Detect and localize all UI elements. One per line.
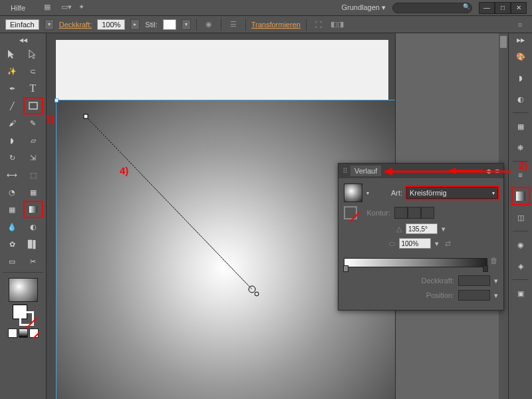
style-label: Stil: [145,21,157,29]
color-guide-icon[interactable]: ◗ [513,70,529,86]
direct-selection-tool[interactable] [24,46,43,62]
reverse-icon[interactable]: ⇄ [443,239,454,248]
stroke-apply-3[interactable] [421,207,434,219]
workspace-switcher[interactable]: Grundlagen ▾ [334,3,392,12]
bridge-icon[interactable]: ▦ [44,3,55,13]
strip-collapse-icon[interactable]: ▶▶ [517,37,525,43]
stroke-apply-2[interactable] [408,207,421,219]
preferences-icon[interactable]: ☰ [227,18,240,31]
fill-preview[interactable] [9,278,38,302]
gpu-icon[interactable]: ✦ [78,3,89,13]
stop-position-label: Position: [344,291,454,299]
color-mode-none[interactable] [29,329,39,338]
stroke-apply-1[interactable] [394,207,408,219]
angle-dropdown[interactable]: ▾ [442,225,446,233]
stop-position-field[interactable] [458,290,490,301]
brushes-icon[interactable]: ▦ [513,118,529,134]
graphic-styles-icon[interactable]: ◈ [513,258,529,274]
free-transform-tool[interactable]: ⬚ [24,167,43,183]
eyedropper-tool[interactable]: 💧 [3,219,21,235]
gradient-tab[interactable]: Verlauf [350,166,381,176]
blob-brush-tool[interactable]: ◗ [3,132,21,148]
transform-link[interactable]: Transformieren [251,21,301,29]
window-maximize-button[interactable]: □ [495,2,511,14]
tools-panel: ◀◀ ✨ ⊂ ✒ T ╱ 🖌 ✎ ◗ ▱ ↻ ⇲ ⟷ ⬚ ◔ ▦ ▦ 💧 ◐ ✿… [0,33,47,399]
type-tool[interactable]: T [24,80,43,96]
gradient-ramp[interactable] [344,258,487,267]
options-bar: Einfach ▾ Deckkraft: 100% ▸ Stil: ▾ ◉ ☰ … [0,16,532,33]
lasso-tool[interactable]: ⊂ [24,63,43,79]
annotation-4: 4) [120,165,128,176]
isolate-icon[interactable]: ⛶ [312,18,325,31]
menu-bar: Hilfe ▦ ▭▾ ✦ Grundlagen ▾ — □ ✕ [0,0,532,16]
appearance-icon[interactable]: ◉ [513,237,529,253]
gradient-stop-start[interactable] [343,265,348,272]
pencil-tool[interactable]: ✎ [24,115,43,131]
layers-icon[interactable]: ▣ [513,285,529,301]
style-dropdown[interactable]: ▾ [182,19,191,30]
artboard-tool[interactable]: ▭ [3,253,21,269]
perspective-tool[interactable]: ▦ [24,184,43,200]
style-swatch[interactable] [163,19,176,30]
selection-tool[interactable] [3,46,21,62]
width-tool[interactable]: ⟷ [3,167,21,183]
eraser-tool[interactable]: ▱ [24,132,43,148]
align-icon[interactable]: ◧◨ [331,18,344,31]
shape-builder-tool[interactable]: ◔ [3,184,21,200]
opacity-dropdown[interactable]: ▸ [130,19,140,30]
gradient-swatch[interactable] [344,184,362,202]
fill-stroke-swatch[interactable] [13,305,34,326]
scale-tool[interactable]: ⇲ [24,150,43,166]
stop-position-dropdown[interactable]: ▾ [494,291,498,300]
pen-tool[interactable]: ✒ [3,80,21,96]
gradient-tool[interactable] [24,201,43,217]
blend-mode-dropdown[interactable]: ▾ [45,19,54,30]
svg-rect-0 [29,102,37,109]
tools-collapse-icon[interactable]: ◀◀ [3,37,43,43]
stop-opacity-field[interactable] [458,275,490,286]
annotation-1: 1) [47,113,54,124]
window-close-button[interactable]: ✕ [511,2,527,14]
delete-stop-icon[interactable]: 🗑 [490,256,498,265]
mesh-tool[interactable]: ▦ [3,201,21,217]
paintbrush-tool[interactable]: 🖌 [3,115,21,131]
blend-tool[interactable]: ◐ [24,219,43,235]
gradient-panel-icon[interactable] [513,188,529,204]
search-input[interactable] [392,3,472,13]
color-panel-icon[interactable]: 🎨 [513,49,529,65]
panel-collapse-icon[interactable]: ◀▶ [485,168,493,174]
stroke-swatch[interactable] [344,206,357,219]
opacity-field[interactable]: 100% [97,19,125,30]
panel-menu-icon[interactable]: ≡ [513,18,527,31]
opacity-label[interactable]: Deckkraft: [59,21,92,29]
arrange-icon[interactable]: ▭▾ [61,3,72,13]
line-tool[interactable]: ╱ [3,98,21,114]
gradient-stop-end[interactable] [483,265,488,272]
swatches-icon[interactable]: ◐ [513,91,529,107]
slice-tool[interactable]: ✂ [24,253,43,269]
color-mode-solid[interactable] [8,329,17,338]
menu-help[interactable]: Hilfe [5,4,31,12]
symbols-icon[interactable]: ❋ [513,140,529,156]
window-minimize-button[interactable]: — [479,2,495,14]
right-panel-strip: ▶▶ 🎨 ◗ ◐ ▦ ❋ ≡ ◫ ◉ ◈ ▣ [508,33,532,399]
rectangle-tool[interactable] [24,98,43,114]
aspect-field[interactable] [399,238,431,249]
angle-field[interactable] [406,223,438,234]
rotate-tool[interactable]: ↻ [3,150,21,166]
symbol-sprayer-tool[interactable]: ✿ [3,236,21,252]
stop-opacity-dropdown[interactable]: ▾ [494,277,498,285]
panel-menu-icon[interactable]: ≡ [495,167,499,175]
graph-tool[interactable]: ▊▌ [24,236,43,252]
doc-setup-icon[interactable]: ◉ [202,18,215,31]
transparency-icon[interactable]: ◫ [513,209,529,225]
magic-wand-tool[interactable]: ✨ [3,63,21,79]
panel-grip-icon[interactable]: ⠿ [342,167,348,176]
gradient-type-dropdown[interactable]: Kreisförmig▾ [406,187,498,199]
color-mode-gradient[interactable] [19,329,28,338]
annotation-2: 2) [519,160,527,171]
svg-rect-1 [29,206,37,213]
swatch-dropdown-icon[interactable]: ▾ [366,190,369,196]
aspect-dropdown[interactable]: ▾ [435,239,439,248]
blend-mode-field[interactable]: Einfach [5,19,39,30]
